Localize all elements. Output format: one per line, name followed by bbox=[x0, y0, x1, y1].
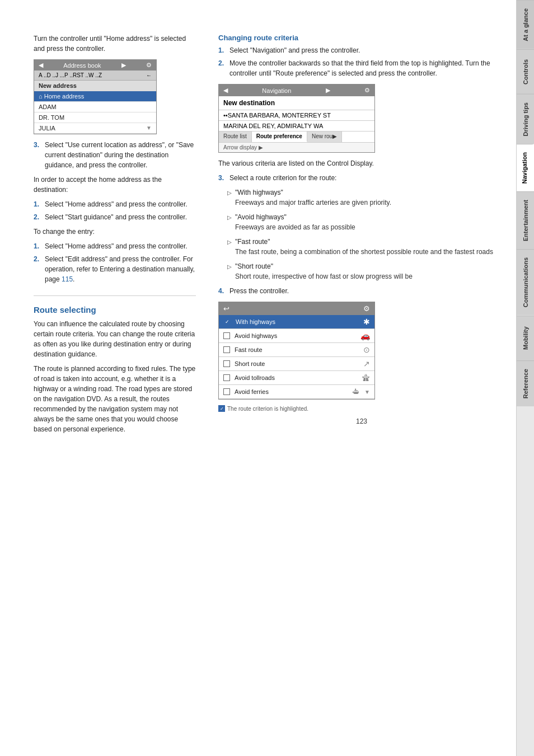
addr-home-address[interactable]: ⌂ Home address bbox=[34, 91, 156, 102]
caption-checkmark-icon: ✓ bbox=[218, 405, 225, 412]
nav-tab-routelist-label: Route list bbox=[223, 133, 247, 139]
nav-tab-newroute[interactable]: New rou▶ bbox=[307, 132, 342, 142]
route-back-icon: ↩ bbox=[223, 304, 229, 313]
criteria-list: ▷ "With highways" Freeways and major tra… bbox=[227, 187, 505, 281]
main-content: Turn the controller until "Home address"… bbox=[0, 0, 516, 756]
route-with-highways[interactable]: ✓ With highways ✱ bbox=[219, 315, 374, 329]
route-avoid-highways[interactable]: Avoid highways 🚗 bbox=[219, 329, 374, 343]
sidebar-tab-navigation[interactable]: Navigation bbox=[517, 144, 534, 191]
display-text: The various criteria are listed on the C… bbox=[218, 158, 505, 168]
sidebar-tab-communications[interactable]: Communications bbox=[517, 249, 534, 315]
tri-bullet-1: ▷ bbox=[227, 187, 232, 208]
nav-tab-routepref[interactable]: Route preference bbox=[252, 132, 307, 142]
route-avoid-ferries-label: Avoid ferries bbox=[235, 388, 269, 395]
nav-new-destination: New destination bbox=[219, 96, 374, 110]
intro-paragraph: Turn the controller until "Home address"… bbox=[34, 34, 196, 54]
nav-mockup-header: ◀ Navigation ▶ ⚙ bbox=[219, 84, 374, 96]
intro-section: Turn the controller until "Home address"… bbox=[34, 34, 196, 284]
sidebar-tab-controls[interactable]: Controls bbox=[517, 49, 534, 94]
caption-text: The route criterion is highlighted. bbox=[227, 406, 308, 412]
criteria-fast-route-content: "Fast route" The fast route, being a com… bbox=[235, 237, 493, 257]
criteria-step1: 1. Select "Navigation" and press the con… bbox=[218, 45, 505, 55]
step3-list: 3. Select "Use current location as addre… bbox=[34, 140, 196, 170]
nav-tab-routelist[interactable]: Route list bbox=[219, 132, 252, 142]
sidebar-tab-driving-tips-label: Driving tips bbox=[522, 102, 529, 137]
step3-criteria-item: 3. Select a route criterion for the rout… bbox=[218, 173, 505, 183]
criteria-steps-top: 1. Select "Navigation" and press the con… bbox=[218, 45, 505, 78]
change-step1: 1. Select "Home address" and press the c… bbox=[34, 241, 196, 251]
route-fast-route-icon: ⊙ bbox=[363, 345, 370, 354]
page-num-text: 123 bbox=[356, 417, 367, 425]
tri-bullet-2: ▷ bbox=[227, 212, 232, 232]
nav-title: Navigation bbox=[262, 87, 291, 94]
left-column: Turn the controller until "Home address"… bbox=[34, 11, 207, 745]
sidebar-tab-controls-label: Controls bbox=[522, 59, 529, 84]
criteria-with-highways: ▷ "With highways" Freeways and major tra… bbox=[227, 187, 505, 208]
addr-dr-tom[interactable]: DR. TOM bbox=[34, 112, 156, 123]
nav-forward-icon: ▶ bbox=[326, 87, 330, 94]
route-short-route-icon: ↗ bbox=[363, 359, 370, 368]
step4-text: Press the controller. bbox=[229, 286, 289, 296]
accept-steps: 1. Select "Home address" and press the c… bbox=[34, 199, 196, 222]
addr-scroll-icon: ▼ bbox=[146, 125, 152, 131]
criteria-fast-route-desc: The fast route, being a combination of t… bbox=[235, 247, 493, 257]
criteria-step2-text: Move the controller backwards so that th… bbox=[229, 58, 505, 78]
criteria-fast-route: ▷ "Fast route" The fast route, being a c… bbox=[227, 237, 505, 257]
sidebar-tab-reference[interactable]: Reference bbox=[517, 360, 534, 406]
route-short-route[interactable]: Short route ↗ bbox=[219, 357, 374, 371]
route-short-checkbox[interactable] bbox=[223, 360, 230, 367]
addr-header: ◀ Address book ▶ ⚙ bbox=[34, 60, 156, 71]
sidebar-tab-reference-label: Reference bbox=[522, 369, 529, 398]
addr-julia[interactable]: JULIA ▼ bbox=[34, 123, 156, 134]
criteria-step1-text: Select "Navigation" and press the contro… bbox=[229, 45, 360, 55]
sidebar-tab-mobility[interactable]: Mobility bbox=[517, 316, 534, 360]
change-step1-text: Select "Home address" and press the cont… bbox=[45, 241, 188, 251]
addr-alpha-text: A ..D ..J ...P ..RST ..W ..Z bbox=[39, 72, 102, 78]
criteria-short-route-desc: Short route, irrespective of how fast or… bbox=[235, 271, 413, 281]
criteria-short-route-title: "Short route" bbox=[235, 261, 413, 271]
route-ferries-checkbox[interactable] bbox=[223, 388, 230, 395]
sidebar-tab-driving-tips[interactable]: Driving tips bbox=[517, 94, 534, 144]
route-fast-route[interactable]: Fast route ⊙ bbox=[219, 343, 374, 357]
addr-new-address[interactable]: New address bbox=[34, 81, 156, 91]
criteria-step2: 2. Move the controller backwards so that… bbox=[218, 58, 505, 78]
route-caption: ✓ The route criterion is highlighted. bbox=[218, 405, 505, 412]
criteria-step1-num: 1. bbox=[218, 45, 226, 55]
criteria-short-route: ▷ "Short route" Short route, irrespectiv… bbox=[227, 261, 505, 281]
change-step1-num: 1. bbox=[34, 241, 41, 251]
change-step2-text: Select "Edit address" and press the cont… bbox=[45, 254, 196, 284]
criteria-avoid-highways-desc: Freeways are avoided as far as possible bbox=[235, 222, 355, 232]
nav-tabs-row: Route list Route preference New rou▶ bbox=[219, 132, 374, 143]
accept-step1-text: Select "Home address" and press the cont… bbox=[45, 199, 188, 209]
page-115-link[interactable]: 115 bbox=[62, 275, 73, 283]
route-avoid-highways-icon: 🚗 bbox=[360, 331, 370, 340]
accept-step1: 1. Select "Home address" and press the c… bbox=[34, 199, 196, 209]
addr-forward-icon: ▶ bbox=[121, 62, 126, 69]
sidebar-tab-at-a-glance[interactable]: At a glance bbox=[517, 0, 534, 49]
section-divider bbox=[34, 295, 196, 296]
route-avoid-highways-label: Avoid highways bbox=[235, 332, 277, 339]
route-toll-checkbox[interactable] bbox=[223, 374, 230, 381]
route-avoid-checkbox[interactable] bbox=[223, 332, 230, 339]
sidebar-tab-communications-label: Communications bbox=[522, 257, 529, 307]
criteria-fast-route-title: "Fast route" bbox=[235, 237, 493, 247]
addr-return-icon: ← bbox=[146, 72, 152, 78]
route-avoid-ferries[interactable]: Avoid ferries ⛴ ▼ bbox=[219, 385, 374, 399]
sidebar-tab-at-a-glance-label: At a glance bbox=[522, 8, 529, 41]
route-avoid-tollroads[interactable]: Avoid tollroads 🛣 bbox=[219, 371, 374, 385]
addr-julia-label: JULIA bbox=[39, 125, 55, 132]
sidebar-tab-entertainment[interactable]: Entertainment bbox=[517, 191, 534, 249]
criteria-short-route-content: "Short route" Short route, irrespective … bbox=[235, 261, 413, 281]
step3-num: 3. bbox=[34, 140, 41, 170]
accept-step2: 2. Select "Start guidance" and press the… bbox=[34, 212, 196, 222]
accept-step2-num: 2. bbox=[34, 212, 41, 222]
nav-dest2: MARINA DEL REY, ADMIRALTY WA bbox=[219, 121, 374, 132]
addr-new-address-label: New address bbox=[39, 82, 77, 89]
addr-settings-icon: ⚙ bbox=[146, 62, 152, 69]
route-checked-icon: ✓ bbox=[223, 318, 231, 326]
step3-text: Select "Use current location as address"… bbox=[45, 140, 196, 170]
addr-adam[interactable]: ADAM bbox=[34, 102, 156, 112]
route-fast-checkbox[interactable] bbox=[223, 346, 230, 353]
accept-step2-text: Select "Start guidance" and press the co… bbox=[45, 212, 187, 222]
accept-intro: In order to accept the home address as t… bbox=[34, 175, 196, 195]
